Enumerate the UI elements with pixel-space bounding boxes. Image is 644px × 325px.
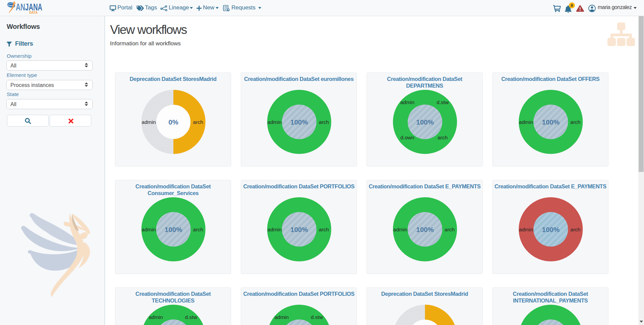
svg-text:d.own: d.own: [400, 135, 414, 140]
svg-text:100%: 100%: [165, 226, 182, 233]
svg-text:100%: 100%: [290, 226, 308, 233]
svg-text:d.stw: d.stw: [185, 314, 197, 320]
svg-text:arch: arch: [193, 227, 203, 232]
svg-text:admin: admin: [519, 119, 533, 125]
svg-text:100%: 100%: [542, 118, 559, 126]
svg-text:d.stw: d.stw: [436, 99, 449, 105]
svg-text:100%: 100%: [416, 226, 434, 233]
svg-text:admin: admin: [267, 119, 281, 125]
svg-text:arch: arch: [193, 119, 203, 125]
svg-text:arch: arch: [319, 119, 329, 125]
svg-text:arch: arch: [437, 135, 447, 140]
svg-text:0%: 0%: [168, 118, 178, 126]
svg-text:100%: 100%: [290, 118, 308, 126]
svg-text:100%: 100%: [542, 226, 559, 233]
svg-text:admin: admin: [274, 314, 288, 320]
svg-text:admin: admin: [519, 227, 533, 232]
svg-text:arch: arch: [571, 119, 581, 125]
svg-text:admin: admin: [400, 99, 414, 105]
svg-text:admin: admin: [142, 119, 156, 125]
svg-text:admin: admin: [142, 227, 156, 232]
svg-text:100%: 100%: [416, 118, 434, 126]
svg-text:arch: arch: [319, 227, 329, 232]
svg-text:admin: admin: [393, 227, 407, 232]
svg-text:admin: admin: [149, 314, 163, 320]
svg-text:d.stw: d.stw: [311, 314, 323, 320]
svg-text:arch: arch: [571, 227, 581, 232]
svg-text:AN: AN: [16, 2, 25, 12]
svg-text:DATA: DATA: [29, 10, 38, 14]
svg-text:arch: arch: [445, 227, 455, 232]
svg-text:admin: admin: [267, 227, 281, 232]
